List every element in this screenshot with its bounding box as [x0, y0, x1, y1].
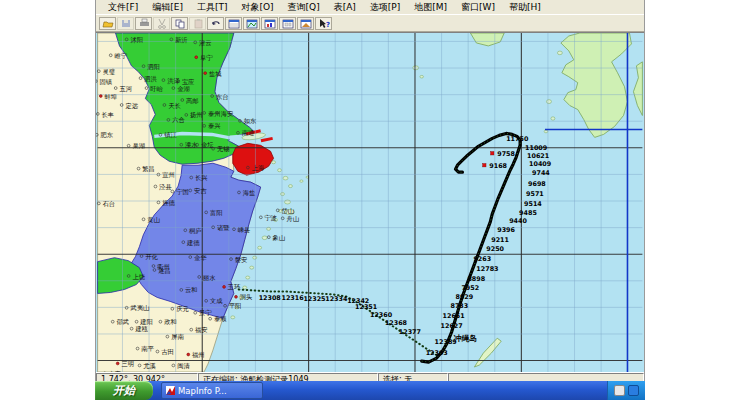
svg-text:繁昌: 繁昌 [142, 165, 155, 172]
svg-text:长兴: 长兴 [195, 174, 208, 181]
new-mapper-icon [246, 18, 258, 29]
svg-text:建瓯: 建瓯 [134, 325, 148, 333]
toolbar-button-undo[interactable] [207, 17, 224, 30]
svg-text:9571: 9571 [526, 190, 544, 197]
menu-item-工具[interactable]: 工具[T] [190, 1, 235, 14]
new-grapher-icon [264, 18, 276, 29]
menu-item-帮助[interactable]: 帮助[H] [502, 1, 548, 14]
svg-text:庆元: 庆元 [176, 305, 189, 312]
toolbar-button-new-mapper[interactable] [243, 17, 260, 30]
svg-text:旌德: 旌德 [162, 199, 175, 207]
svg-text:泗洪: 泗洪 [144, 75, 157, 83]
svg-text:尤溪: 尤溪 [143, 362, 156, 370]
svg-text:巢湖: 巢湖 [132, 142, 145, 149]
start-label: 开始 [113, 383, 135, 398]
svg-text:肥东: 肥东 [100, 131, 113, 139]
svg-text:邵武: 邵武 [116, 318, 129, 326]
toolbar-button-paste [189, 17, 206, 30]
svg-text:磐安: 磐安 [235, 256, 248, 264]
svg-text:开化: 开化 [145, 253, 158, 261]
menu-item-文件[interactable]: 文件[F] [101, 1, 145, 14]
svg-text:舟山: 舟山 [286, 215, 298, 222]
mapinfo-app-icon [166, 386, 175, 395]
menu-item-表[interactable]: 表[A] [327, 1, 363, 14]
svg-text:12334: 12334 [325, 295, 348, 302]
toolbar-button-new-grapher[interactable] [261, 17, 278, 30]
svg-text:屏南: 屏南 [171, 333, 184, 340]
svg-text:泾县: 泾县 [158, 183, 172, 191]
menu-item-窗口[interactable]: 窗口[W] [454, 1, 502, 14]
taskbar-item-label: MapInfo P... [178, 386, 227, 396]
toolbar-button-help-pointer[interactable]: ? [315, 17, 332, 30]
svg-text:睢宁: 睢宁 [115, 52, 128, 59]
svg-text:南平: 南平 [141, 345, 154, 352]
svg-text:12377: 12377 [399, 328, 421, 335]
svg-text:洞头: 洞头 [240, 293, 253, 301]
map-window[interactable]: 新沂沭阳灌云睢宁阜宁泗阳盐城泗洪洪泽宝应盱眙金湖东台高邮天长泰州海安扬州六合如东… [96, 32, 644, 372]
menu-item-查询[interactable]: 查询[Q] [281, 1, 327, 14]
svg-text:11009: 11009 [525, 144, 548, 151]
system-tray [607, 381, 645, 400]
svg-text:8898: 8898 [467, 275, 485, 282]
svg-text:9263: 9263 [473, 255, 491, 262]
open-folder-icon [102, 18, 114, 29]
svg-text:12393: 12393 [426, 349, 448, 356]
svg-text:三明: 三明 [121, 360, 134, 367]
svg-text:定远: 定远 [125, 102, 138, 110]
start-button[interactable]: 开始 [95, 381, 153, 400]
svg-text:12627: 12627 [441, 322, 463, 329]
svg-text:福安: 福安 [195, 326, 208, 334]
toolbar-button-cut [153, 17, 170, 30]
svg-text:黄山: 黄山 [147, 216, 160, 223]
svg-text:平阳: 平阳 [229, 302, 242, 310]
map-canvas[interactable]: 新沂沭阳灌云睢宁阜宁泗阳盐城泗洪洪泽宝应盱眙金湖东台高邮天长泰州海安扬州六合如东… [96, 33, 644, 372]
toolbar-button-new-layout[interactable] [279, 17, 296, 30]
svg-text:新沂: 新沂 [174, 36, 188, 44]
svg-text:福州: 福州 [192, 351, 205, 359]
tray-icon-2[interactable] [628, 385, 639, 396]
svg-text:12308: 12308 [259, 294, 282, 301]
toolbar-button-open-folder[interactable] [99, 17, 116, 30]
svg-text:古田: 古田 [161, 348, 174, 356]
menu-item-选项[interactable]: 选项[P] [363, 1, 407, 14]
svg-text:9514: 9514 [524, 200, 542, 207]
mapinfo-window: 文件[F]编辑[E]工具[T]对象[O]查询[Q]表[A]选项[P]地图[M]窗… [95, 0, 645, 381]
menu-item-对象[interactable]: 对象[O] [234, 1, 280, 14]
menu-item-编辑[interactable]: 编辑[E] [145, 1, 190, 14]
undo-icon [210, 18, 222, 29]
windows-taskbar: 开始 MapInfo P... [95, 381, 645, 400]
toolbar-button-print[interactable] [135, 17, 152, 30]
toolbar-button-new-redistrict[interactable] [297, 17, 314, 30]
selected-track-point [483, 164, 486, 167]
svg-text:泗阳: 泗阳 [147, 63, 160, 71]
svg-text:上饶: 上饶 [132, 273, 145, 281]
svg-text:12360: 12360 [370, 311, 393, 318]
save-icon [120, 18, 132, 29]
svg-text:宁国: 宁国 [176, 188, 189, 195]
svg-text:东台: 东台 [216, 93, 229, 101]
svg-text:五河: 五河 [119, 85, 132, 93]
svg-text:9168: 9168 [489, 162, 507, 169]
svg-text:盐城: 盐城 [209, 70, 222, 77]
new-redistrict-icon [300, 18, 312, 29]
svg-text:象山: 象山 [273, 234, 286, 241]
svg-text:9758: 9758 [497, 150, 515, 157]
svg-text:11750: 11750 [506, 135, 529, 142]
svg-text:9744: 9744 [532, 169, 550, 176]
taskbar-item-mapinfo[interactable]: MapInfo P... [161, 382, 263, 399]
svg-text:宁波: 宁波 [265, 214, 278, 222]
svg-text:灵璧: 灵璧 [103, 68, 116, 75]
svg-text:武夷山: 武夷山 [129, 304, 149, 311]
svg-text:海安: 海安 [221, 110, 234, 118]
tray-icon-1[interactable] [614, 385, 625, 396]
toolbar-button-copy[interactable] [171, 17, 188, 30]
svg-text:泰顺: 泰顺 [214, 315, 227, 323]
svg-text:12651: 12651 [443, 312, 465, 319]
toolbar-button-new-browser[interactable] [225, 17, 242, 30]
svg-text:嵊县: 嵊县 [238, 226, 251, 233]
menu-item-地图[interactable]: 地图[M] [407, 1, 454, 14]
svg-text:海盐: 海盐 [243, 189, 256, 197]
svg-text:9211: 9211 [491, 236, 509, 243]
new-browser-icon [228, 18, 240, 29]
svg-text:宝应: 宝应 [182, 78, 195, 85]
